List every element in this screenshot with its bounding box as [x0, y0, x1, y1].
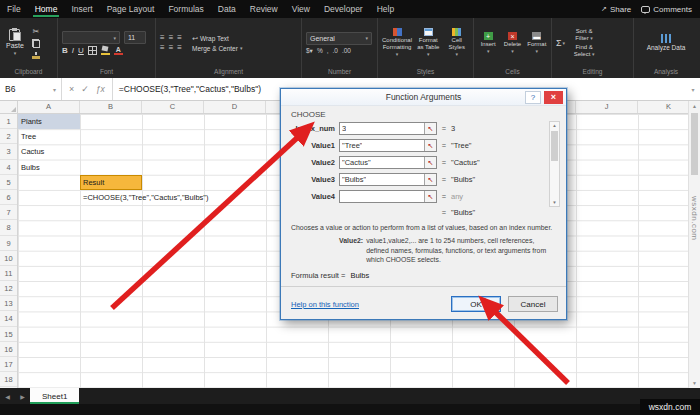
sheet-nav-left-icon[interactable]: ◀ [0, 388, 15, 404]
menu-tab-developer[interactable]: Developer [317, 0, 370, 18]
align-top-icon[interactable]: ≡ [160, 34, 165, 42]
copy-icon[interactable] [30, 38, 42, 48]
row-header-13[interactable]: 13 [0, 296, 17, 311]
row-header-18[interactable]: 18 [0, 372, 17, 387]
formula-bar-expand-icon[interactable]: ▾ [686, 78, 700, 100]
dialog-scrollbar[interactable]: ▲ ▼ [549, 121, 560, 207]
comments-button[interactable]: Comments [641, 5, 692, 14]
collapse-dialog-icon[interactable]: ↖ [424, 123, 436, 134]
align-left-icon[interactable]: ≡ [160, 44, 165, 52]
italic-icon[interactable]: I [72, 47, 74, 55]
row-header-14[interactable]: 14 [0, 311, 17, 326]
paste-button[interactable]: Paste ▾ [4, 21, 26, 65]
decrease-decimal-icon[interactable]: .00 [342, 47, 351, 54]
select-all-corner[interactable] [0, 101, 18, 114]
menu-tab-page-layout[interactable]: Page Layout [100, 0, 162, 18]
enter-entry-icon[interactable]: ✓ [81, 84, 89, 94]
cell-A2[interactable]: Tree [18, 129, 36, 144]
cancel-button[interactable]: Cancel [508, 296, 558, 312]
row-header-11[interactable]: 11 [0, 266, 17, 281]
dialog-help-button[interactable]: ? [525, 91, 541, 104]
collapse-dialog-icon[interactable]: ↖ [424, 191, 436, 202]
vertical-scrollbar[interactable]: ▲ ▼ [688, 101, 700, 388]
share-button[interactable]: ↗ Share [601, 5, 631, 14]
font-size-combo[interactable]: 11 [124, 31, 146, 44]
row-header-4[interactable]: 4 [0, 160, 17, 175]
menu-tab-formulas[interactable]: Formulas [161, 0, 210, 18]
align-right-icon[interactable]: ≡ [177, 44, 182, 52]
format-cells-button[interactable]: ▬ Format ▾ [527, 32, 547, 54]
menu-tab-view[interactable]: View [285, 0, 317, 18]
analyze-data-button[interactable]: Analyze Data [644, 21, 688, 65]
sort-filter-button[interactable]: Sort & Filter ▾ [569, 28, 599, 42]
row-header-10[interactable]: 10 [0, 251, 17, 266]
align-bottom-icon[interactable]: ≡ [177, 34, 182, 42]
insert-function-icon[interactable]: ƒx [96, 84, 105, 94]
percent-icon[interactable]: % [317, 47, 323, 54]
field-input-value3[interactable]: "Bulbs"↖ [339, 173, 437, 186]
delete-cells-button[interactable]: × Delete ▾ [502, 32, 522, 54]
collapse-dialog-icon[interactable]: ↖ [424, 140, 436, 151]
increase-decimal-icon[interactable]: .0 [332, 47, 337, 54]
collapse-dialog-icon[interactable]: ↖ [424, 157, 436, 168]
row-header-2[interactable]: 2 [0, 129, 17, 144]
column-header-D[interactable]: D [204, 101, 266, 113]
autosum-button[interactable]: Σ ▾ [556, 38, 565, 48]
menu-tab-help[interactable]: Help [370, 0, 401, 18]
cell-A4[interactable]: Bulbs [18, 160, 40, 175]
find-select-button[interactable]: Find & Select ▾ [569, 44, 599, 58]
scroll-up-icon[interactable]: ▲ [689, 103, 700, 109]
row-header-3[interactable]: 3 [0, 144, 17, 159]
field-input-value1[interactable]: "Tree"↖ [339, 139, 437, 152]
cell-B5[interactable]: Result [80, 175, 142, 190]
menu-tab-home[interactable]: Home [28, 0, 65, 18]
cell-styles-button[interactable]: Cell Styles ▾ [445, 28, 469, 58]
sheet-nav-right-icon[interactable]: ▶ [15, 388, 30, 404]
row-header-17[interactable]: 17 [0, 357, 17, 372]
font-color-icon[interactable]: A [114, 46, 123, 55]
dialog-title-bar[interactable]: Function Arguments ? × [281, 89, 566, 106]
scroll-down-icon[interactable]: ▼ [550, 200, 559, 205]
fill-color-icon[interactable] [101, 46, 110, 55]
format-as-table-button[interactable]: Format as Table ▾ [416, 28, 440, 58]
collapse-dialog-icon[interactable]: ↖ [424, 174, 436, 185]
help-link[interactable]: Help on this function [291, 300, 359, 309]
align-center-icon[interactable]: ≡ [169, 44, 174, 52]
row-header-6[interactable]: 6 [0, 190, 17, 205]
merge-center-button[interactable]: Merge & Center ▾ [192, 45, 242, 52]
row-header-5[interactable]: 5 [0, 175, 17, 190]
column-header-C[interactable]: C [142, 101, 204, 113]
column-header-A[interactable]: A [18, 101, 80, 113]
column-header-B[interactable]: B [80, 101, 142, 113]
row-header-12[interactable]: 12 [0, 281, 17, 296]
scrollbar-thumb[interactable] [691, 113, 698, 175]
scrollbar-thumb[interactable] [551, 131, 558, 161]
column-header-J[interactable]: J [576, 101, 638, 113]
font-name-combo[interactable]: ▾ [62, 31, 120, 44]
format-painter-icon[interactable] [30, 50, 42, 60]
menu-tab-insert[interactable]: Insert [64, 0, 99, 18]
field-input-value2[interactable]: "Cactus"↖ [339, 156, 437, 169]
row-header-8[interactable]: 8 [0, 220, 17, 235]
cell-A3[interactable]: Cactus [18, 144, 44, 159]
scroll-up-icon[interactable]: ▲ [550, 123, 559, 128]
borders-icon[interactable] [88, 46, 97, 55]
row-header-15[interactable]: 15 [0, 327, 17, 342]
accounting-format-icon[interactable]: $▾ [306, 47, 313, 55]
align-middle-icon[interactable]: ≡ [169, 34, 174, 42]
comma-icon[interactable]: , [327, 47, 329, 54]
scroll-down-icon[interactable]: ▼ [689, 380, 700, 386]
wrap-text-button[interactable]: ↩ Wrap Text [192, 35, 229, 42]
cancel-entry-icon[interactable]: × [69, 84, 74, 94]
row-header-1[interactable]: 1 [0, 114, 17, 129]
menu-tab-file[interactable]: File [0, 0, 28, 18]
row-header-16[interactable]: 16 [0, 342, 17, 357]
cell-B6[interactable]: =CHOOSE(3,"Tree","Cactus","Bulbs") [80, 190, 209, 205]
conditional-formatting-button[interactable]: Conditional Formatting ▾ [382, 28, 412, 58]
insert-cells-button[interactable]: + Insert ▾ [478, 32, 498, 54]
dialog-close-button[interactable]: × [544, 91, 563, 104]
row-header-9[interactable]: 9 [0, 236, 17, 251]
cut-icon[interactable]: ✂ [30, 26, 42, 36]
bold-icon[interactable]: B [62, 47, 68, 55]
row-header-7[interactable]: 7 [0, 205, 17, 220]
